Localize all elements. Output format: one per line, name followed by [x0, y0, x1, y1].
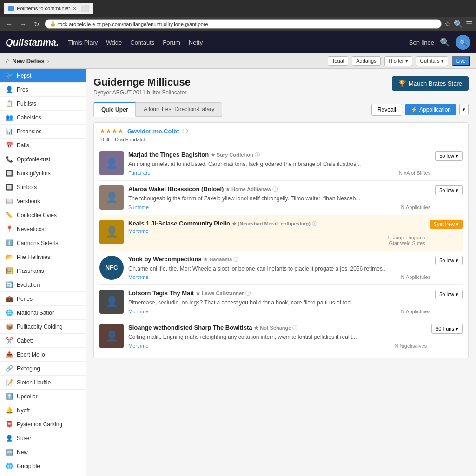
- list-item-content: Alaroa Wakel IBcessicon (Doloel) ★ Home …: [128, 185, 430, 210]
- sidebar-item-evolation[interactable]: 🔄 Evolation: [0, 278, 86, 292]
- sidebar-item-pulitacbity[interactable]: 📦 Pulitacbity Colding: [0, 320, 86, 334]
- nav-contauts[interactable]: Contauts: [130, 37, 154, 48]
- sidebar-item-versbook[interactable]: 📖 Versbook: [0, 194, 86, 208]
- sidebar-item-carmons[interactable]: ℹ️ Carmons Seterls: [0, 236, 86, 250]
- proansies-icon: 📊: [6, 128, 13, 135]
- card-title-link[interactable]: Gwvider:me.Colbt: [127, 128, 179, 135]
- addangs-btn[interactable]: Addangs: [352, 56, 380, 66]
- application-dropdown[interactable]: ▾: [459, 104, 469, 115]
- list-item-category: ★ Home Adlitanaw ⓘ: [225, 186, 278, 192]
- sign-in-link[interactable]: Son linoe: [409, 39, 434, 46]
- sidebar-label-updollor: Updollor: [17, 393, 38, 400]
- bookmark-btn[interactable]: ☆: [444, 20, 451, 28]
- action-btn[interactable]: 60 Funs ▾: [431, 324, 463, 334]
- sidebar-item-hepst[interactable]: 🐦 Hepst: [0, 69, 86, 83]
- gutntars-btn[interactable]: Gutntars ▾: [416, 56, 448, 66]
- application-btn[interactable]: ⚡ Appollication: [405, 104, 456, 115]
- tab-alloun-tlest[interactable]: Alloun Tlest Direction-Eafary: [136, 102, 222, 117]
- new-tab-btn[interactable]: ⬜: [81, 5, 89, 12]
- community-header: Guidernge Millicuse Dynyer AEGUT 2011 h …: [93, 76, 469, 96]
- extensions-btn[interactable]: 🔍: [454, 20, 463, 28]
- sidebar-item-neveaticos[interactable]: 📍 Neveaticos:: [0, 222, 86, 236]
- nav-wdde[interactable]: Wdde: [106, 37, 122, 48]
- forward-btn[interactable]: →: [18, 20, 29, 29]
- action-btn[interactable]: 5o low ▾: [435, 290, 463, 299]
- sidebar-item-pystemon[interactable]: 📮 Pystemon Carking: [0, 417, 86, 431]
- item-source[interactable]: Mortnme: [128, 343, 148, 349]
- item-source[interactable]: Mortnme: [128, 309, 148, 314]
- stinbots-icon: 🔲: [6, 184, 13, 191]
- address-bar[interactable]: 🔒 tock.arobelciie.e.ot.pep.com/nanillang…: [45, 19, 442, 29]
- sidebar-item-mational[interactable]: 🌐 Mational Satior: [0, 306, 86, 320]
- offer-btn[interactable]: H offer ▾: [384, 56, 412, 66]
- sidebar-item-sleten[interactable]: 📝 Sleten Lbuffle: [0, 376, 86, 390]
- list-item: 👤 Alaroa Wakel IBcessicon (Doloel) ★ Hom…: [99, 180, 463, 215]
- list-item: 👤 Sloange wethondisted Sharp The Bowitis…: [99, 319, 463, 353]
- sidebar-item-guciplole[interactable]: 🌐 Guciplole: [0, 459, 86, 473]
- avatar: 👤: [99, 220, 124, 244]
- hepst-icon: 🐦: [6, 72, 13, 79]
- sidebar-item-dails[interactable]: 📅 Dails: [0, 139, 86, 152]
- sidebar-item-proansies[interactable]: 📊 Proansies: [0, 125, 86, 139]
- sidebar-label-plie: Plie Flelliviies: [17, 254, 50, 260]
- sidebar-item-nyoft[interactable]: 🔔 Nyoft: [0, 403, 86, 417]
- sidebar-item-new[interactable]: 🆕 New: [0, 445, 86, 459]
- sidebar-item-cabeisies[interactable]: 👥 Cabeisies: [0, 111, 86, 125]
- nav-timls-plary[interactable]: Timls Plary: [68, 37, 98, 48]
- list-item-footer: Mortnme N Applictuies: [128, 309, 430, 314]
- pystemon-icon: 📮: [6, 421, 13, 428]
- sidebar-item-updollor[interactable]: ⬆️ Updollor: [0, 390, 86, 403]
- sidebar-label-sleten: Sleten Lbuffle: [17, 379, 51, 386]
- action-btn[interactable]: Syet lrew ▾: [430, 220, 463, 229]
- sidebar-label-neveaticos: Neveaticos:: [17, 226, 46, 232]
- sidebar-item-oppfonie[interactable]: 📞 Oppfonie-tust: [0, 152, 86, 166]
- item-source[interactable]: Mortnme: [128, 274, 148, 280]
- sidebar-label-exboging: Exboging: [17, 365, 40, 372]
- action-btn[interactable]: 5o low ▾: [435, 185, 463, 195]
- item-source[interactable]: Mortnme: [128, 228, 148, 234]
- tab-quic-uper[interactable]: Quic Uper: [93, 102, 136, 117]
- match-brates-btn[interactable]: 🏆 Mauch Brates Stare: [392, 76, 469, 91]
- sidebar-item-conloctlie[interactable]: ✏️ Conloctlie Cvies: [0, 208, 86, 222]
- sidebar-item-nurkigt[interactable]: 🔲 Nurkigt/ynitns: [0, 166, 86, 180]
- list-item: NFC Yook by Wercompections ★ Hadaama ⓘ O…: [99, 251, 463, 285]
- action-btn[interactable]: 5o low ▾: [435, 151, 463, 161]
- sidebar-label-hepst: Hepst: [17, 73, 31, 79]
- sidebar-item-pres[interactable]: 👤 Pres: [0, 83, 86, 97]
- home-icon[interactable]: ⌂: [6, 57, 9, 65]
- action-btn[interactable]: 5o low ▾: [435, 256, 463, 265]
- search-circle-btn[interactable]: 🔍: [456, 35, 470, 50]
- sidebar-item-suser[interactable]: 👤 Suser: [0, 431, 86, 445]
- breadcrumb-title: New Defies: [12, 58, 44, 65]
- sidebar-item-eport[interactable]: 📤 Eport Moilo: [0, 348, 86, 362]
- reveal-btn[interactable]: Reveall: [371, 104, 402, 116]
- item-source[interactable]: Suntnme: [128, 205, 149, 210]
- search-btn[interactable]: 🔍: [440, 37, 450, 47]
- avatar: 👤: [99, 185, 124, 210]
- sidebar-item-stinbots[interactable]: 🔲 Stinbots: [0, 180, 86, 194]
- reload-btn[interactable]: ↻: [32, 20, 42, 29]
- list-item: 👤 Lofsorn Tagis Thy Mait ★ Lawa Calistan…: [99, 284, 463, 319]
- back-btn[interactable]: ←: [4, 20, 15, 29]
- list-item-title: Keais 1 Ji-Selase Community Plello ★ (Ne…: [128, 220, 425, 227]
- sidebar-label-eport: Eport Moilo: [17, 351, 45, 358]
- tab-close-btn[interactable]: ✕: [73, 6, 76, 11]
- nav-forum[interactable]: Forum: [163, 37, 180, 48]
- list-item-desc: Pitnerease, secludin, on logs? That a ac…: [128, 299, 430, 307]
- item-source[interactable]: Funturare: [128, 170, 151, 176]
- conloctlie-icon: ✏️: [6, 212, 13, 218]
- sidebar-item-exboging[interactable]: 🔗 Exboging: [0, 362, 86, 376]
- sidebar-item-plie[interactable]: 📂 Plie Flelliviies: [0, 250, 86, 264]
- menu-btn[interactable]: ☰: [466, 20, 472, 28]
- sidebar-item-diaties[interactable]: 📒 Diaties: [0, 473, 86, 476]
- nav-netty[interactable]: Netty: [189, 37, 203, 48]
- sidebar-item-plasshams[interactable]: 🖼️ Plasshams: [0, 264, 86, 278]
- browser-tab[interactable]: Politfems to communiet ✕ ⬜: [4, 3, 93, 14]
- live-btn[interactable]: Live: [452, 56, 470, 66]
- sidebar-item-publists[interactable]: 📋 Publists: [0, 97, 86, 111]
- tab-favicon: [8, 6, 14, 11]
- sidebar-item-pories[interactable]: 💼 Pories: [0, 292, 86, 306]
- toual-btn[interactable]: Toual: [328, 56, 348, 66]
- item-count: N Applictuies: [401, 205, 431, 210]
- sidebar-item-cabet[interactable]: ✂️ Cabet:: [0, 334, 86, 348]
